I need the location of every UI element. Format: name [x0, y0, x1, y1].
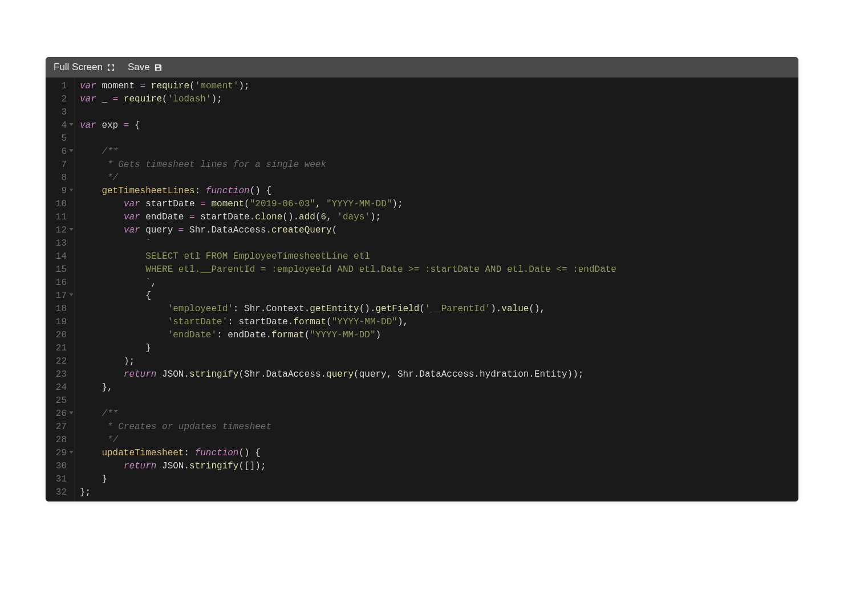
code-line[interactable]: `, [80, 276, 798, 289]
code-line[interactable]: 'employeeId': Shr.Context.getEntity().ge… [80, 303, 798, 316]
gutter-line: 14 [46, 250, 75, 263]
save-icon [154, 63, 163, 72]
gutter-line: 9 [46, 185, 75, 198]
save-button[interactable]: Save [128, 62, 163, 73]
line-gutter: 1234567891011121314151617181920212223242… [46, 77, 75, 501]
gutter-line: 15 [46, 263, 75, 276]
code-line[interactable]: ); [80, 355, 798, 368]
full-screen-button[interactable]: Full Screen [54, 62, 115, 73]
gutter-line: 24 [46, 381, 75, 394]
gutter-line: 19 [46, 316, 75, 329]
fold-caret-icon[interactable] [69, 411, 74, 414]
code-line[interactable] [80, 394, 798, 407]
gutter-line: 25 [46, 394, 75, 407]
code-line[interactable]: SELECT etl FROM EmployeeTimesheetLine et… [80, 250, 798, 263]
expand-icon [107, 63, 115, 72]
code-line[interactable]: */ [80, 172, 798, 185]
code-line[interactable]: * Creates or updates timesheet [80, 421, 798, 434]
code-line[interactable]: */ [80, 434, 798, 447]
code-line[interactable]: ` [80, 237, 798, 250]
code-line[interactable]: WHERE etl.__ParentId = :employeeId AND e… [80, 263, 798, 276]
save-label: Save [128, 62, 150, 73]
fold-caret-icon[interactable] [69, 123, 74, 126]
code-line[interactable]: var _ = require('lodash'); [80, 93, 798, 106]
code-line[interactable]: } [80, 473, 798, 486]
gutter-line: 22 [46, 355, 75, 368]
gutter-line: 11 [46, 211, 75, 224]
code-line[interactable]: var startDate = moment("2019-06-03", "YY… [80, 198, 798, 211]
code-line[interactable]: } [80, 342, 798, 355]
editor-body[interactable]: 1234567891011121314151617181920212223242… [46, 77, 798, 501]
gutter-line: 17 [46, 289, 75, 303]
code-editor-container: Full Screen Save 12345678910111213141516… [46, 57, 798, 501]
gutter-line: 27 [46, 421, 75, 434]
code-line[interactable] [80, 132, 798, 145]
code-line[interactable]: { [80, 289, 798, 303]
gutter-line: 26 [46, 407, 75, 421]
code-line[interactable]: }; [80, 486, 798, 499]
gutter-line: 6 [46, 145, 75, 158]
code-line[interactable]: return JSON.stringify(Shr.DataAccess.que… [80, 368, 798, 381]
gutter-line: 28 [46, 434, 75, 447]
gutter-line: 7 [46, 158, 75, 172]
gutter-line: 5 [46, 132, 75, 145]
fold-caret-icon[interactable] [69, 228, 74, 231]
code-line[interactable]: var exp = { [80, 119, 798, 132]
fold-caret-icon[interactable] [69, 189, 74, 191]
fold-caret-icon[interactable] [69, 293, 74, 296]
code-line[interactable]: return JSON.stringify([]); [80, 460, 798, 473]
gutter-line: 32 [46, 486, 75, 499]
gutter-line: 12 [46, 224, 75, 237]
full-screen-label: Full Screen [54, 62, 103, 73]
gutter-line: 20 [46, 329, 75, 342]
code-line[interactable]: * Gets timesheet lines for a single week [80, 158, 798, 172]
gutter-line: 29 [46, 447, 75, 460]
editor-toolbar: Full Screen Save [46, 57, 798, 77]
code-area[interactable]: var moment = require('moment');var _ = r… [75, 77, 798, 501]
code-line[interactable]: var moment = require('moment'); [80, 80, 798, 93]
gutter-line: 31 [46, 473, 75, 486]
gutter-line: 18 [46, 303, 75, 316]
code-line[interactable]: 'endDate': endDate.format("YYYY-MM-DD") [80, 329, 798, 342]
gutter-line: 21 [46, 342, 75, 355]
code-line[interactable]: 'startDate': startDate.format("YYYY-MM-D… [80, 316, 798, 329]
gutter-line: 1 [46, 80, 75, 93]
gutter-line: 4 [46, 119, 75, 132]
gutter-line: 2 [46, 93, 75, 106]
code-line[interactable]: /** [80, 407, 798, 421]
gutter-line: 23 [46, 368, 75, 381]
code-line[interactable]: }, [80, 381, 798, 394]
fold-caret-icon[interactable] [69, 149, 74, 152]
code-line[interactable]: var query = Shr.DataAccess.createQuery( [80, 224, 798, 237]
gutter-line: 8 [46, 172, 75, 185]
gutter-line: 3 [46, 106, 75, 119]
gutter-line: 16 [46, 276, 75, 289]
gutter-line: 13 [46, 237, 75, 250]
code-line[interactable]: getTimesheetLines: function() { [80, 185, 798, 198]
code-line[interactable]: updateTimesheet: function() { [80, 447, 798, 460]
code-line[interactable]: /** [80, 145, 798, 158]
gutter-line: 10 [46, 198, 75, 211]
code-line[interactable] [80, 106, 798, 119]
fold-caret-icon[interactable] [69, 451, 74, 454]
code-line[interactable]: var endDate = startDate.clone().add(6, '… [80, 211, 798, 224]
gutter-line: 30 [46, 460, 75, 473]
